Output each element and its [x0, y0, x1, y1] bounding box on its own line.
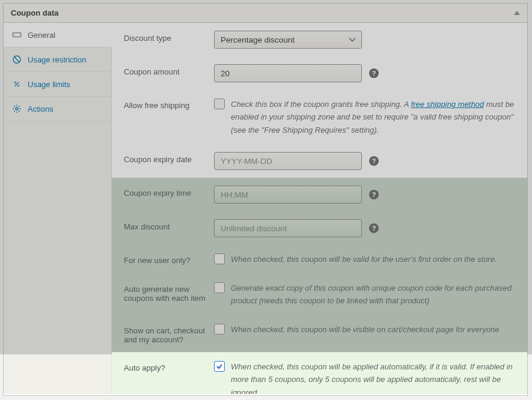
svg-point-1 [14, 34, 15, 35]
label-max-discount: Max discount [124, 219, 214, 231]
help-icon[interactable]: ? [369, 68, 379, 78]
expiry-date-input[interactable] [214, 152, 362, 170]
row-auto-apply-highlight: Auto apply? When checked, this coupon wi… [112, 352, 527, 394]
tab-label: General [28, 31, 55, 40]
ticket-icon [12, 30, 22, 40]
svg-point-4 [16, 108, 18, 110]
svg-rect-0 [13, 33, 20, 37]
row-coupon-amount: Coupon amount ? [112, 56, 527, 90]
help-icon[interactable]: ? [369, 223, 379, 233]
row-show-on: Show on cart, checkout and my account? W… [112, 315, 527, 352]
free-shipping-link[interactable]: free shipping method [411, 100, 484, 109]
row-expiry-time: Coupon expiry time ? [112, 178, 527, 211]
content-general: Discount type Percentage discount Coupon… [112, 23, 527, 394]
ban-icon [12, 55, 22, 64]
label-coupon-amount: Coupon amount [124, 64, 214, 76]
tab-label: Actions [28, 105, 54, 114]
sidebar: General Usage restriction Usage limits A… [4, 23, 112, 394]
row-new-user: For new user only? When checked, this co… [112, 245, 527, 273]
row-expiry-date: Coupon expiry date ? [112, 144, 527, 178]
show-on-checkbox[interactable] [214, 324, 225, 335]
tab-label: Usage limits [28, 80, 70, 89]
label-expiry-date: Coupon expiry date [124, 152, 214, 164]
row-discount-type: Discount type Percentage discount [112, 23, 527, 56]
auto-apply-desc: When checked, this coupon will be applie… [231, 360, 515, 394]
label-expiry-time: Coupon expiry time [124, 186, 214, 198]
label-new-user: For new user only? [124, 253, 214, 265]
row-free-shipping: Allow free shipping Check this box if th… [112, 90, 527, 144]
collapse-up-icon[interactable] [514, 11, 520, 15]
label-discount-type: Discount type [124, 31, 214, 43]
help-icon[interactable]: ? [369, 156, 379, 166]
coupon-data-panel: Coupon data General Usage restriction [3, 3, 528, 396]
help-icon[interactable]: ? [369, 190, 379, 199]
row-max-discount: Max discount ? [112, 211, 527, 245]
max-discount-input[interactable] [214, 219, 362, 237]
row-auto-apply: Auto apply? When checked, this coupon wi… [112, 353, 527, 394]
panel-title: Coupon data [11, 8, 58, 17]
show-on-desc: When checked, this coupon will be visibl… [231, 323, 500, 336]
label-auto-apply: Auto apply? [124, 360, 214, 372]
gear-icon [12, 104, 22, 114]
row-auto-generate: Auto generate new coupons with each item… [112, 274, 527, 315]
svg-line-3 [14, 57, 19, 62]
expiry-time-input[interactable] [214, 186, 362, 204]
tab-usage-limits[interactable]: Usage limits [4, 72, 111, 97]
panel-header[interactable]: Coupon data [4, 4, 527, 23]
new-user-desc: When checked, this coupon will be valid … [231, 253, 497, 265]
label-show-on: Show on cart, checkout and my account? [124, 323, 214, 344]
discount-type-select[interactable]: Percentage discount [214, 31, 362, 49]
label-auto-generate: Auto generate new coupons with each item [124, 282, 214, 303]
coupon-amount-input[interactable] [214, 64, 362, 82]
label-free-shipping: Allow free shipping [124, 98, 214, 110]
new-user-checkbox[interactable] [214, 253, 225, 264]
tab-usage-restriction[interactable]: Usage restriction [4, 47, 111, 72]
auto-apply-checkbox[interactable] [214, 361, 225, 372]
tab-actions[interactable]: Actions [4, 97, 111, 121]
resize-icon [12, 79, 22, 89]
free-shipping-checkbox[interactable] [214, 98, 225, 109]
auto-generate-checkbox[interactable] [214, 282, 225, 293]
free-shipping-desc: Check this box if the coupon grants free… [231, 98, 515, 136]
auto-generate-desc: Generate exact copy of this coupon with … [231, 282, 515, 308]
tab-general[interactable]: General [4, 23, 112, 47]
tab-label: Usage restriction [28, 55, 87, 64]
